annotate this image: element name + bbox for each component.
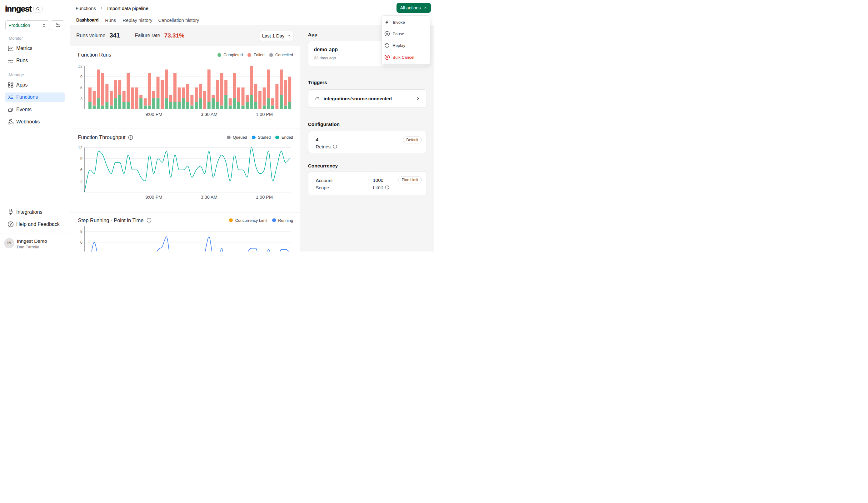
svg-text:6: 6: [80, 85, 82, 90]
svg-text:3: 3: [80, 96, 82, 101]
svg-text:3: 3: [80, 179, 82, 183]
svg-text:9: 9: [80, 74, 82, 79]
svg-text:9:00 PM: 9:00 PM: [145, 112, 162, 117]
svg-text:12: 12: [78, 64, 82, 69]
svg-text:3:30 AM: 3:30 AM: [201, 112, 217, 117]
svg-text:3:30 AM: 3:30 AM: [201, 195, 217, 199]
svg-text:12: 12: [78, 145, 82, 150]
svg-text:9: 9: [80, 156, 82, 161]
svg-text:1:00 PM: 1:00 PM: [256, 112, 273, 117]
svg-text:1:00 PM: 1:00 PM: [256, 195, 273, 199]
svg-text:9:00 PM: 9:00 PM: [145, 195, 162, 199]
svg-text:8: 8: [80, 229, 82, 234]
svg-text:6: 6: [80, 167, 82, 172]
svg-text:6: 6: [80, 240, 82, 245]
